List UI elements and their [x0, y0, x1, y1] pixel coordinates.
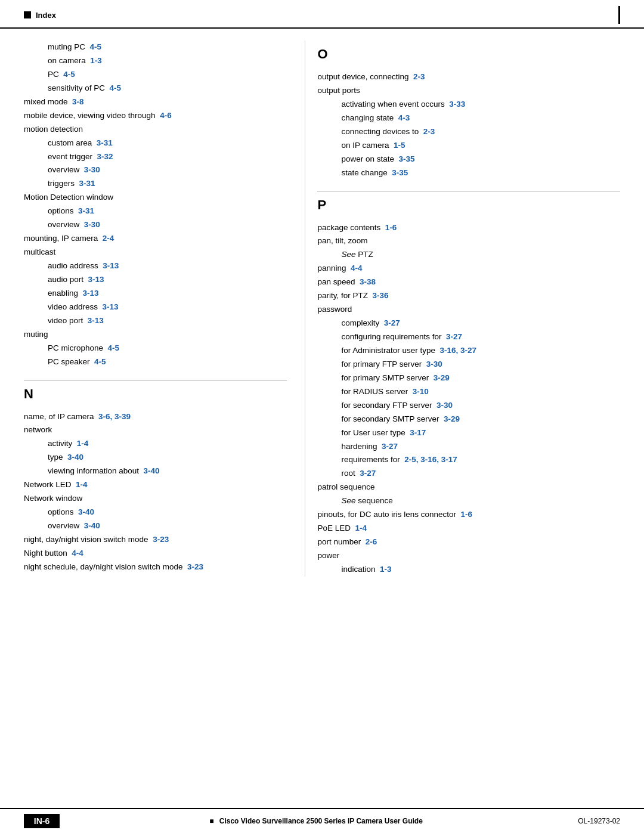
link-package-contents: 1-6 — [385, 223, 397, 232]
entry-for-admin-row: for Administrator user type 3-16, 3-27 — [317, 344, 620, 358]
entry-network-window-row: Network window — [24, 492, 287, 506]
link-complexity: 3-27 — [384, 318, 400, 327]
link-poe-led: 1-4 — [355, 524, 367, 532]
header-title: Index — [36, 11, 56, 20]
link-for-admin: 3-16, 3-27 — [439, 346, 476, 355]
page: Index muting PC 4-5 on camera 1-3 PC 4-5… — [0, 0, 644, 833]
link-pc-speaker: 4-5 — [94, 357, 106, 366]
entry-pinouts: pinouts, for DC auto iris lens connector… — [317, 508, 620, 522]
entry-pc-row: PC 4-5 — [24, 68, 287, 82]
link-viewing-info: 3-40 — [144, 466, 160, 475]
link-night-schedule: 3-23 — [187, 562, 203, 571]
entry-pc-microphone-row: PC microphone 4-5 — [24, 342, 287, 355]
entry-hardening-row: hardening 3-27 — [317, 440, 620, 454]
entry-motion-detection: motion detection custom area 3-31 event … — [24, 123, 287, 191]
link-connecting-devices: 2-3 — [423, 127, 435, 136]
entry-mounting: mounting, IP camera 2-4 — [24, 232, 287, 246]
footer: IN-6 ■ Cisco Video Surveillance 2500 Ser… — [0, 808, 644, 833]
link-pc: 4-5 — [63, 70, 75, 79]
entry-power-on-state-row: power on state 3-35 — [317, 153, 620, 166]
link-overview-motion: 3-30 — [84, 165, 100, 174]
entry-see-sequence-row: See sequence — [317, 494, 620, 508]
left-column: muting PC 4-5 on camera 1-3 PC 4-5 sensi… — [24, 41, 305, 577]
footer-book-icon: ■ — [209, 817, 213, 825]
entry-for-radius-row: for RADIUS server 3-10 — [317, 385, 620, 399]
entry-activity-row: activity 1-4 — [24, 437, 287, 451]
top-bar-right-marker — [618, 6, 620, 24]
entry-pan-tilt-zoom: pan, tilt, zoom See PTZ — [317, 234, 620, 262]
link-mixed-mode: 3-8 — [72, 97, 84, 106]
entry-output-device: output device, connecting 2-3 — [317, 70, 620, 84]
link-for-radius: 3-10 — [413, 387, 429, 396]
entry-network: network activity 1-4 type 3-40 viewing i… — [24, 423, 287, 478]
entry-event-trigger-row: event trigger 3-32 — [24, 150, 287, 164]
entry-video-address-row: video address 3-13 — [24, 301, 287, 314]
entry-power: power indication 1-3 — [317, 549, 620, 577]
entry-custom-area-row: custom area 3-31 — [24, 137, 287, 150]
entry-parity-ptz: parity, for PTZ 3-36 — [317, 289, 620, 303]
link-for-secondary-ftp: 3-30 — [436, 401, 453, 410]
entry-network-led: Network LED 1-4 — [24, 478, 287, 492]
link-on-camera: 1-3 — [90, 56, 102, 65]
entry-viewing-info-row: viewing information about 3-40 — [24, 465, 287, 478]
entry-state-change-row: state change 3-35 — [317, 166, 620, 180]
link-video-port: 3-13 — [88, 316, 104, 325]
entry-muting-pc: muting PC 4-5 on camera 1-3 PC 4-5 sensi… — [24, 41, 287, 95]
link-panning: 4-4 — [351, 264, 363, 272]
see-ptz-italic: See — [341, 250, 355, 259]
top-bar: Index — [0, 0, 644, 29]
entry-for-user-type-row: for User user type 3-17 — [317, 426, 620, 440]
entry-activating-row: activating when event occurs 3-33 — [317, 98, 620, 112]
link-event-trigger: 3-32 — [97, 152, 113, 161]
entry-pan-speed-row: pan speed 3-38 — [317, 275, 620, 289]
entry-pan-tilt-zoom-row: pan, tilt, zoom — [317, 234, 620, 248]
entry-package-contents-row: package contents 1-6 — [317, 221, 620, 235]
entry-mounting-row: mounting, IP camera 2-4 — [24, 232, 287, 246]
entry-patrol-sequence-row: patrol sequence — [317, 481, 620, 494]
entry-network-row: network — [24, 423, 287, 437]
entry-parity-ptz-row: parity, for PTZ 3-36 — [317, 289, 620, 303]
entry-overview-netwin-row: overview 3-40 — [24, 519, 287, 533]
entry-on-camera-row: on camera 1-3 — [24, 54, 287, 68]
footer-title: Cisco Video Surveillance 2500 Series IP … — [219, 817, 423, 825]
entry-output-device-row: output device, connecting 2-3 — [317, 70, 620, 84]
entry-overview-motion-row: overview 3-30 — [24, 163, 287, 177]
entry-motion-detection-row: motion detection — [24, 123, 287, 137]
entry-video-port-row: video port 3-13 — [24, 314, 287, 328]
entry-panning: panning 4-4 — [317, 262, 620, 275]
entry-multicast: multicast audio address 3-13 audio port … — [24, 246, 287, 328]
section-p-divider — [317, 191, 620, 191]
link-changing-state: 4-3 — [398, 113, 410, 122]
entry-pan-speed: pan speed 3-38 — [317, 275, 620, 289]
entry-for-secondary-ftp-row: for secondary FTP server 3-30 — [317, 399, 620, 413]
entry-motion-detection-window: Motion Detection window options 3-31 ove… — [24, 191, 287, 232]
entry-output-ports: output ports activating when event occur… — [317, 84, 620, 180]
entry-for-secondary-smtp-row: for secondary SMTP server 3-29 — [317, 413, 620, 426]
entry-pc-speaker-row: PC speaker 4-5 — [24, 355, 287, 369]
entry-connecting-devices-row: connecting devices to 2-3 — [317, 125, 620, 139]
link-pc-microphone: 4-5 — [108, 343, 120, 352]
top-bar-left: Index — [24, 11, 56, 20]
entry-port-number-row: port number 2-6 — [317, 535, 620, 549]
link-type: 3-40 — [67, 453, 83, 462]
entry-audio-port-row: audio port 3-13 — [24, 273, 287, 287]
entry-output-ports-row: output ports — [317, 84, 620, 98]
link-port-number: 2-6 — [366, 537, 377, 546]
entry-panning-row: panning 4-4 — [317, 262, 620, 275]
entry-power-row: power — [317, 549, 620, 563]
entry-indication-row: indication 1-3 — [317, 563, 620, 577]
entry-options-netwin-row: options 3-40 — [24, 506, 287, 519]
content-area: muting PC 4-5 on camera 1-3 PC 4-5 sensi… — [0, 29, 644, 577]
entry-audio-address-row: audio address 3-13 — [24, 259, 287, 273]
entry-password: password complexity 3-27 configuring req… — [317, 303, 620, 481]
link-output-device: 2-3 — [413, 72, 425, 81]
entry-overview-motwin-row: overview 3-30 — [24, 218, 287, 232]
section-n-divider — [24, 380, 287, 380]
entry-mobile-device: mobile device, viewing video through 4-6 — [24, 109, 287, 123]
link-night-daynigh: 3-23 — [153, 535, 169, 544]
link-configuring-req: 3-27 — [446, 332, 462, 341]
section-p-letter: P — [317, 197, 620, 213]
entry-triggers-row: triggers 3-31 — [24, 177, 287, 191]
entry-port-number: port number 2-6 — [317, 535, 620, 549]
link-options-motion: 3-31 — [78, 206, 94, 215]
